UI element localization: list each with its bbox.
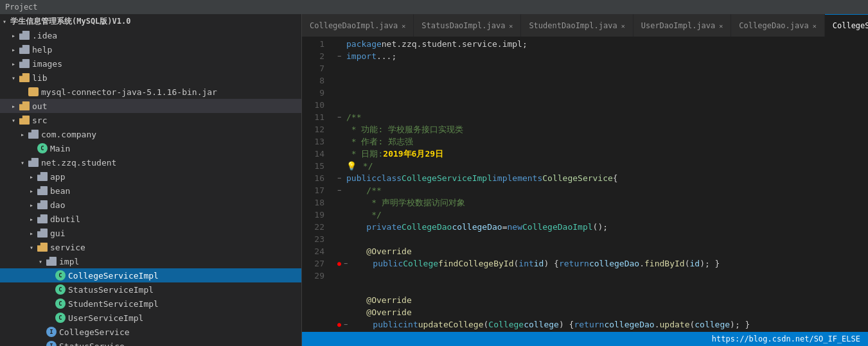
tabs-bar: CollegeDaoImpl.java ✕ StatusDaoImpl.java… bbox=[302, 14, 868, 37]
tab-student-dao-impl-close[interactable]: ✕ bbox=[621, 22, 625, 30]
impl-folder-icon bbox=[46, 257, 57, 266]
net-zzq-student-label: net.zzq.student bbox=[41, 158, 116, 168]
bean-label: bean bbox=[50, 186, 70, 196]
sidebar-item-help[interactable]: help bbox=[0, 42, 301, 56]
sidebar-item-college-service[interactable]: I CollegeService bbox=[0, 325, 301, 339]
tab-college-dao-impl[interactable]: CollegeDaoImpl.java ✕ bbox=[302, 14, 414, 37]
dbutil-arrow bbox=[30, 216, 37, 223]
main-layout: 学生信息管理系统(MySQL版)V1.0 .idea help images l… bbox=[0, 14, 868, 346]
student-service-impl-label: StudentServiceImpl bbox=[68, 299, 159, 309]
images-folder-icon bbox=[19, 59, 30, 68]
tab-student-dao-impl[interactable]: StudentDaoImpl.java ✕ bbox=[521, 14, 633, 37]
user-service-impl-icon: C bbox=[55, 313, 66, 323]
sidebar-item-student-service-impl[interactable]: C StudentServiceImpl bbox=[0, 297, 301, 311]
tab-college-service-impl-label: CollegeServiceImpl bbox=[833, 21, 868, 30]
impl-label: impl bbox=[59, 257, 79, 266]
fold-12[interactable]: − bbox=[337, 172, 346, 184]
sidebar-item-src[interactable]: src bbox=[0, 113, 301, 127]
status-bar-url: https://blog.csdn.net/SO_IF_ELSE bbox=[712, 334, 860, 343]
app-arrow bbox=[30, 173, 37, 180]
gutter-icon-19: ● bbox=[337, 257, 344, 270]
sidebar-item-gui[interactable]: gui bbox=[0, 226, 301, 240]
sidebar-item-images[interactable]: images bbox=[0, 56, 301, 71]
title-bar: Project bbox=[0, 0, 868, 14]
project-label: Project bbox=[5, 3, 38, 12]
out-folder-icon bbox=[19, 101, 30, 110]
tab-status-dao-impl-close[interactable]: ✕ bbox=[509, 22, 513, 30]
sidebar-item-status-service-impl[interactable]: C StatusServiceImpl bbox=[0, 282, 301, 297]
fold-2[interactable]: − bbox=[337, 50, 346, 62]
status-service-impl-icon: C bbox=[55, 284, 66, 295]
sidebar-item-impl[interactable]: impl bbox=[0, 254, 301, 268]
status-service-icon: I bbox=[46, 341, 57, 346]
code-content[interactable]: package net.zzq.student.service.impl; − … bbox=[331, 37, 868, 332]
college-service-impl-label: CollegeServiceImpl bbox=[68, 271, 159, 281]
help-arrow bbox=[12, 46, 19, 53]
code-line-7: − /** bbox=[337, 111, 868, 123]
idea-folder-icon bbox=[19, 31, 30, 40]
code-line-1: package net.zzq.student.service.impl; bbox=[337, 38, 868, 50]
main-class-icon: C bbox=[37, 143, 48, 153]
college-service-label: CollegeService bbox=[59, 327, 130, 337]
status-bar: https://blog.csdn.net/SO_IF_ELSE bbox=[302, 332, 868, 346]
sidebar-item-app[interactable]: app bbox=[0, 169, 301, 184]
code-line-10: * 日期: 2019年6月29日 bbox=[337, 148, 868, 160]
src-label: src bbox=[32, 116, 47, 125]
sidebar-item-service[interactable]: service bbox=[0, 240, 301, 254]
sidebar-item-main[interactable]: C Main bbox=[0, 141, 301, 155]
sidebar-item-net-zzq-student[interactable]: net.zzq.student bbox=[0, 155, 301, 169]
student-service-impl-icon: C bbox=[55, 298, 66, 309]
fold-19[interactable]: − bbox=[344, 257, 353, 270]
sidebar-item-out[interactable]: out bbox=[0, 99, 301, 113]
tab-user-dao-impl-close[interactable]: ✕ bbox=[719, 22, 723, 30]
sidebar-item-user-service-impl[interactable]: C UserServiceImpl bbox=[0, 311, 301, 325]
college-service-impl-icon: C bbox=[55, 270, 66, 281]
status-service-label: StatusService bbox=[59, 342, 125, 347]
code-line-15: */ bbox=[337, 209, 868, 221]
lib-label: lib bbox=[32, 73, 47, 83]
dbutil-folder-icon bbox=[37, 214, 48, 223]
tab-user-dao-impl[interactable]: UserDaoImpl.java ✕ bbox=[633, 14, 732, 37]
gui-folder-icon bbox=[37, 229, 48, 238]
images-arrow bbox=[12, 60, 19, 67]
sidebar-item-idea[interactable]: .idea bbox=[0, 28, 301, 42]
code-line-16: private CollegeDao collegeDao = new Coll… bbox=[337, 221, 868, 233]
sidebar: 学生信息管理系统(MySQL版)V1.0 .idea help images l… bbox=[0, 14, 302, 346]
sidebar-item-bean[interactable]: bean bbox=[0, 184, 301, 198]
code-line-2: − import ...; bbox=[337, 50, 868, 62]
code-line-13: − /** bbox=[337, 184, 868, 196]
tab-college-dao-close[interactable]: ✕ bbox=[813, 22, 817, 30]
mysql-jar-label: mysql-connector-java-5.1.16-bin.jar bbox=[41, 87, 217, 97]
fold-7[interactable]: − bbox=[337, 111, 346, 123]
bean-arrow bbox=[30, 187, 37, 195]
dao-label: dao bbox=[50, 200, 65, 210]
sidebar-item-college-service-impl[interactable]: C CollegeServiceImpl bbox=[0, 268, 301, 282]
code-line-9: * 作者: 郑志强 bbox=[337, 135, 868, 148]
tab-status-dao-impl[interactable]: StatusDaoImpl.java ✕ bbox=[414, 14, 521, 37]
code-line-24: ● − public int updateCollege(College col… bbox=[337, 318, 868, 331]
impl-arrow bbox=[39, 258, 46, 265]
sidebar-item-mysql-jar[interactable]: mysql-connector-java-5.1.16-bin.jar bbox=[0, 85, 301, 99]
sidebar-item-lib[interactable]: lib bbox=[0, 71, 301, 85]
code-line-6 bbox=[337, 99, 868, 111]
com-company-arrow bbox=[21, 131, 28, 138]
college-service-icon: I bbox=[46, 327, 57, 337]
tab-college-service-impl[interactable]: CollegeServiceImpl ✕ bbox=[825, 14, 868, 37]
sidebar-item-dbutil[interactable]: dbutil bbox=[0, 212, 301, 226]
code-line-19: ● − public College findCollegeById(int i… bbox=[337, 257, 868, 270]
project-header[interactable]: 学生信息管理系统(MySQL版)V1.0 bbox=[0, 14, 301, 28]
tab-college-dao[interactable]: CollegeDao.java ✕ bbox=[731, 14, 824, 37]
com-company-label: com.company bbox=[41, 130, 96, 139]
status-service-impl-label: StatusServiceImpl bbox=[68, 285, 154, 295]
sidebar-item-status-service[interactable]: I StatusService bbox=[0, 339, 301, 346]
tab-college-dao-impl-close[interactable]: ✕ bbox=[402, 22, 405, 30]
service-label: service bbox=[50, 243, 85, 252]
code-line-23: @Override bbox=[337, 306, 868, 318]
line-numbers: 1 2 7 8 9 10 11 12 13 14 15 16 17 18 19 bbox=[302, 37, 331, 332]
sidebar-item-com-company[interactable]: com.company bbox=[0, 127, 301, 141]
gui-label: gui bbox=[50, 229, 65, 238]
sidebar-item-dao[interactable]: dao bbox=[0, 198, 301, 212]
fold-24[interactable]: − bbox=[344, 318, 353, 331]
code-line-22: @Override bbox=[337, 294, 868, 306]
fold-13[interactable]: − bbox=[337, 184, 346, 196]
